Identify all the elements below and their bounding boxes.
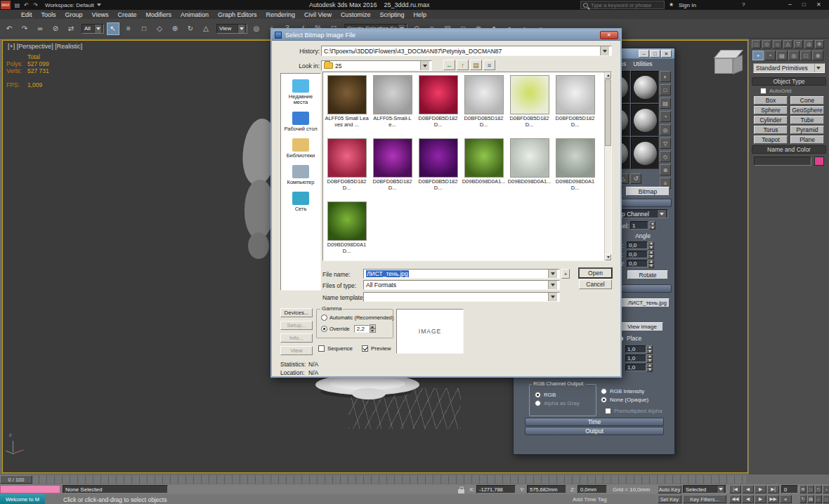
window-crossing-icon[interactable]: ◇ bbox=[153, 22, 166, 35]
output-rollout[interactable]: Output bbox=[525, 427, 664, 435]
object-type-button[interactable]: Box bbox=[754, 96, 788, 105]
sign-in-button[interactable]: Sign In bbox=[679, 2, 696, 8]
material-type-button[interactable]: Bitmap bbox=[626, 187, 670, 196]
spinner[interactable] bbox=[646, 364, 653, 372]
filename-plus-button[interactable]: + bbox=[561, 269, 570, 279]
material-sample-slot[interactable] bbox=[631, 71, 659, 103]
tab-display[interactable]: □ bbox=[800, 51, 811, 60]
file-name-input[interactable]: ЛИСТ_тень.jpg bbox=[363, 269, 560, 279]
object-color-swatch[interactable] bbox=[814, 157, 824, 166]
rgb-radio[interactable] bbox=[535, 392, 541, 398]
favorites-star-icon[interactable]: ★ bbox=[669, 1, 674, 8]
menu-item[interactable]: Rendering bbox=[266, 11, 296, 18]
setup-button[interactable]: Setup... bbox=[280, 321, 313, 330]
step-forward-button[interactable]: ▶ bbox=[755, 495, 766, 503]
tab-modify[interactable]: ◔ bbox=[764, 51, 776, 60]
file-item[interactable]: D0BFD0B5D182D... bbox=[552, 73, 598, 136]
viewcube[interactable] bbox=[709, 48, 748, 81]
object-type-button[interactable]: Teapot bbox=[754, 135, 788, 144]
key-filters-button[interactable]: Key Filters... bbox=[683, 495, 726, 503]
selected-key-dropdown[interactable]: Selected bbox=[683, 485, 726, 493]
spinner[interactable] bbox=[648, 241, 654, 250]
scene-object-stand[interactable] bbox=[352, 388, 386, 399]
orbit-icon[interactable]: ↻ bbox=[799, 495, 807, 503]
select-by-name-icon[interactable]: ≡ bbox=[122, 22, 135, 35]
menu-item[interactable]: Group bbox=[65, 11, 83, 18]
place-recent[interactable]: Недавние места bbox=[281, 79, 320, 105]
object-type-button[interactable]: GeoSphere bbox=[790, 106, 824, 114]
zoom-extents-icon[interactable]: □ bbox=[807, 485, 814, 493]
object-type-button[interactable]: Cylinder bbox=[754, 116, 788, 124]
x-coordinate-field[interactable]: -1271,788 bbox=[476, 485, 516, 493]
search-input[interactable] bbox=[591, 2, 661, 8]
view-image-button[interactable]: View Image bbox=[621, 322, 663, 331]
close-icon[interactable]: ✕ bbox=[661, 50, 672, 58]
create-new-folder-button[interactable]: ▤ bbox=[470, 60, 482, 70]
file-item[interactable]: D0BFD0B5D182D... bbox=[324, 136, 370, 199]
scene-object-sculpt-lower[interactable] bbox=[244, 180, 274, 239]
material-sample-slot[interactable] bbox=[631, 104, 659, 136]
keyboard-shortcut-override-icon[interactable]: ≡ bbox=[780, 495, 792, 503]
object-type-button[interactable]: Sphere bbox=[754, 106, 788, 114]
undo-icon[interactable]: ↶ bbox=[3, 22, 15, 35]
select-object-icon[interactable]: ↖ bbox=[107, 22, 119, 35]
menu-item[interactable]: Customize bbox=[341, 11, 371, 18]
menu-item[interactable]: Civil View bbox=[304, 11, 332, 18]
select-and-scale-icon[interactable]: △ bbox=[200, 22, 212, 35]
redo-icon[interactable]: ↷ bbox=[18, 22, 31, 35]
search-box[interactable] bbox=[580, 1, 665, 9]
tab-utilities[interactable]: ⊕ bbox=[812, 51, 823, 60]
scene-object-sculpt-base[interactable] bbox=[248, 232, 269, 259]
viewport-tool-icon[interactable]: ○ bbox=[773, 40, 782, 48]
file-item[interactable]: ALFF05-Small-Le... bbox=[370, 73, 415, 136]
timeline-track[interactable] bbox=[0, 475, 746, 484]
look-in-dropdown[interactable]: 25 bbox=[321, 60, 432, 71]
workspace-dropdown[interactable]: Workspace: Default bbox=[45, 0, 101, 10]
menu-item[interactable]: Create bbox=[117, 11, 136, 18]
object-type-rollout[interactable]: Object Type bbox=[752, 77, 826, 86]
select-and-link-icon[interactable]: ∞ bbox=[34, 22, 46, 35]
open-button[interactable]: Open bbox=[579, 268, 612, 278]
spinner[interactable] bbox=[649, 221, 655, 230]
tab-create[interactable]: + bbox=[752, 51, 764, 60]
scroll-down-arrow[interactable] bbox=[605, 254, 611, 260]
cancel-button[interactable]: Cancel bbox=[579, 279, 612, 289]
sample-uv-tiling-icon[interactable]: ◔ bbox=[660, 111, 671, 122]
object-type-button[interactable]: Torus bbox=[754, 126, 788, 134]
alpha-as-gray-radio[interactable] bbox=[535, 400, 541, 406]
sequence-checkbox[interactable] bbox=[318, 345, 325, 352]
file-item[interactable]: D09BD098D0A1D... bbox=[552, 136, 598, 199]
use-pivot-center-icon[interactable]: ◎ bbox=[250, 22, 263, 35]
viewcube-side-face[interactable] bbox=[733, 55, 743, 74]
preview-checkbox[interactable] bbox=[362, 345, 368, 352]
backlight-icon[interactable]: □ bbox=[660, 84, 671, 95]
angle-value-field[interactable]: 0,0 bbox=[627, 260, 648, 267]
file-item[interactable]: D09BD098D0A1... bbox=[461, 136, 507, 199]
save-icon[interactable]: ▤ bbox=[13, 0, 22, 10]
view-button[interactable]: View bbox=[280, 346, 313, 355]
object-type-button[interactable]: Cone bbox=[790, 96, 824, 105]
time-rollout[interactable]: Time bbox=[525, 418, 664, 426]
viewport-tool-icon[interactable]: ◎ bbox=[804, 40, 814, 48]
scrollbar[interactable] bbox=[604, 72, 611, 260]
scroll-up-arrow[interactable] bbox=[605, 72, 611, 79]
scrollbar-thumb[interactable] bbox=[605, 79, 611, 146]
minimize-button[interactable]: – bbox=[788, 1, 792, 8]
place-computer[interactable]: Компьютер bbox=[281, 165, 320, 185]
menu-item[interactable]: Help bbox=[413, 11, 426, 18]
select-and-rotate-icon[interactable]: ↻ bbox=[184, 22, 197, 35]
autogrid-checkbox[interactable] bbox=[760, 88, 766, 94]
name-template-dropdown[interactable] bbox=[363, 292, 560, 302]
file-item[interactable]: D09BD098D0A1D... bbox=[324, 199, 370, 263]
menu-item[interactable]: Animation bbox=[181, 11, 209, 18]
rgb-intensity-radio[interactable] bbox=[601, 388, 607, 394]
category-dropdown[interactable]: Standard Primitives bbox=[753, 63, 825, 73]
viewport-tool-icon[interactable]: ⊕ bbox=[815, 40, 824, 48]
go-to-end-button[interactable]: ▶| bbox=[767, 485, 779, 493]
files-of-type-dropdown[interactable]: All Formats bbox=[363, 280, 560, 290]
file-item[interactable]: D0BFD0B5D182D... bbox=[461, 73, 507, 136]
time-slider[interactable]: 0 / 100 bbox=[0, 475, 32, 484]
pan-icon[interactable]: ◔ bbox=[823, 485, 829, 493]
current-frame-field[interactable]: 0 bbox=[781, 485, 798, 493]
map-channel-field[interactable]: 1 bbox=[630, 221, 648, 230]
